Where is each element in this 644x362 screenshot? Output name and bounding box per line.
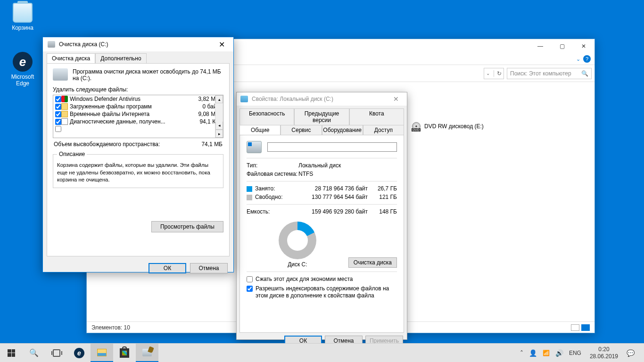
taskbar-store[interactable] — [113, 344, 136, 362]
total-label: Объем высвобождаемого пространства: — [54, 141, 160, 148]
tray-language[interactable]: ENG — [569, 350, 581, 356]
disk-cleanup-button[interactable]: Очистка диска — [348, 257, 397, 268]
start-button[interactable] — [0, 344, 23, 362]
tray-volume-icon[interactable]: 🔊 — [555, 349, 563, 357]
list-item[interactable]: Загруженные файлы программ0 байт — [53, 103, 223, 110]
disk-cleanup-dialog: Очистка диска (C:) ✕ Очистка диска Допол… — [42, 37, 234, 272]
index-checkbox[interactable]: Разрешить индексировать содержимое файло… — [247, 285, 397, 300]
help-icon[interactable]: ? — [583, 55, 591, 63]
folder-icon — [61, 103, 68, 110]
file-icon — [61, 118, 68, 125]
scrollbar[interactable]: ▴ ◂ ▸ — [215, 95, 223, 138]
capacity-bytes: 159 496 929 280 байт — [298, 208, 372, 215]
cancel-button[interactable]: Отмена — [190, 263, 228, 273]
dvd-drive-item[interactable]: DVD DVD RW дисковод (E:) — [412, 122, 484, 131]
refresh-icon[interactable]: ↻ — [494, 70, 502, 77]
list-item[interactable]: Временные файлы Интернета9,08 МБ — [53, 110, 223, 118]
tab-quota[interactable]: Квота — [349, 108, 404, 125]
tray-chevron-up-icon[interactable]: ˄ — [520, 349, 523, 357]
description-legend: Описание — [57, 150, 87, 158]
disk-label: Диск C: — [247, 261, 348, 268]
tray-clock[interactable]: 0:20 28.06.2019 — [587, 346, 621, 360]
task-view-button[interactable] — [45, 344, 68, 362]
address-refresh[interactable]: ⌄ ↻ — [484, 68, 504, 79]
edge-label: Microsoft Edge — [5, 74, 41, 87]
item-count: Элементов: 10 — [91, 324, 130, 331]
view-details-button[interactable] — [571, 324, 579, 331]
disk-icon — [53, 68, 68, 81]
minimize-button[interactable]: ― — [529, 39, 551, 53]
filesystem-label: Файловая система: — [247, 171, 298, 177]
tab-sharing[interactable]: Доступ — [363, 125, 404, 135]
view-toggle — [571, 324, 590, 331]
properties-titlebar[interactable]: Свойства: Локальный диск (C:) ✕ — [237, 92, 407, 106]
search-button[interactable]: 🔍 — [23, 344, 45, 362]
total-value: 74,1 МБ — [201, 141, 223, 148]
used-bytes: 28 718 964 736 байт — [298, 185, 372, 192]
type-label: Тип: — [247, 162, 298, 169]
properties-body: Тип:Локальный диск Файловая система:NTFS… — [239, 135, 404, 333]
item-checkbox[interactable] — [55, 126, 61, 132]
item-checkbox[interactable] — [55, 111, 61, 117]
taskbar-edge[interactable]: e — [68, 344, 91, 362]
scroll-up-icon[interactable]: ▴ — [215, 95, 223, 103]
taskbar: 🔍 e ˄ 👤 📶 🔊 ENG 0:20 28.06.2019 💬 — [0, 343, 644, 362]
tab-tools[interactable]: Сервис — [281, 125, 322, 135]
desktop-edge[interactable]: Microsoft Edge — [5, 52, 41, 87]
disk-icon — [240, 96, 248, 102]
maximize-button[interactable]: ▢ — [551, 39, 573, 53]
free-bytes: 130 777 964 544 байт — [298, 194, 372, 200]
capacity-gb: 148 ГБ — [372, 208, 397, 215]
description-text: Корзина содержит файлы, которые вы удали… — [57, 162, 219, 184]
cleanup-info-text: Программа очистки диска может освободить… — [73, 68, 223, 82]
properties-title: Свойства: Локальный диск (C:) — [252, 96, 333, 102]
clock-time: 0:20 — [590, 346, 618, 353]
tab-cleanup[interactable]: Очистка диска — [47, 53, 95, 63]
tab-hardware[interactable]: Оборудование — [322, 125, 363, 135]
file-categories-list[interactable]: Windows Defender Antivirus3,82 МБ Загруж… — [53, 95, 223, 138]
system-tray: ˄ 👤 📶 🔊 ENG 0:20 28.06.2019 💬 — [519, 344, 644, 362]
type-value: Локальный диск — [298, 162, 341, 169]
list-item-partial[interactable] — [53, 125, 223, 132]
ok-button[interactable]: ОК — [149, 263, 186, 273]
list-item[interactable]: Windows Defender Antivirus3,82 МБ — [53, 95, 223, 103]
item-checkbox[interactable] — [55, 119, 61, 125]
free-gb: 121 ГБ — [372, 194, 397, 200]
tab-previous-versions[interactable]: Предыдущие версии — [294, 108, 349, 125]
list-item[interactable]: Диагностические данные, получен...94,1 К… — [53, 118, 223, 125]
filesystem-value: NTFS — [298, 171, 313, 177]
edge-icon — [13, 52, 33, 72]
chevron-down-icon: ⌄ — [486, 71, 490, 76]
taskbar-explorer[interactable] — [91, 344, 113, 362]
lock-icon — [61, 111, 68, 117]
view-files-button[interactable]: Просмотреть файлы — [151, 221, 223, 232]
usage-pie-chart — [279, 222, 316, 259]
tray-network-icon[interactable]: 📶 — [543, 350, 550, 356]
search-input[interactable]: Поиск: Этот компьютер 🔍 — [507, 68, 592, 79]
clock-date: 28.06.2019 — [590, 353, 618, 360]
volume-name-input[interactable] — [267, 142, 397, 152]
tab-security[interactable]: Безопасность — [239, 108, 294, 125]
compress-checkbox[interactable]: Сжать этот диск для экономии места — [247, 276, 397, 283]
close-button[interactable]: ✕ — [215, 40, 229, 49]
cleanup-title-text: Очистка диска (C:) — [59, 41, 108, 48]
cleanup-footer: ОК Отмена — [43, 260, 233, 278]
view-tiles-button[interactable] — [581, 324, 590, 331]
free-label: Свободно: — [247, 194, 298, 200]
used-label: Занято: — [247, 185, 298, 192]
item-checkbox[interactable] — [55, 104, 61, 110]
disk-properties-dialog: Свойства: Локальный диск (C:) ✕ Безопасн… — [236, 92, 407, 340]
ribbon-chevron-icon[interactable]: ⌄ — [576, 56, 580, 62]
tab-more-options[interactable]: Дополнительно — [95, 53, 146, 63]
item-checkbox[interactable] — [55, 96, 61, 102]
tab-general[interactable]: Общие — [239, 125, 281, 135]
tray-people-icon[interactable]: 👤 — [529, 349, 537, 357]
desktop-recycle-bin[interactable]: Корзина — [5, 3, 41, 31]
dvd-label: DVD RW дисковод (E:) — [424, 123, 484, 130]
recycle-bin-icon — [13, 3, 33, 23]
taskbar-disk-cleanup[interactable] — [136, 344, 158, 362]
tray-action-center-icon[interactable]: 💬 — [627, 349, 635, 357]
cleanup-titlebar[interactable]: Очистка диска (C:) ✕ — [43, 37, 233, 51]
close-button[interactable]: ✕ — [389, 95, 403, 103]
close-button[interactable]: ✕ — [573, 39, 594, 53]
